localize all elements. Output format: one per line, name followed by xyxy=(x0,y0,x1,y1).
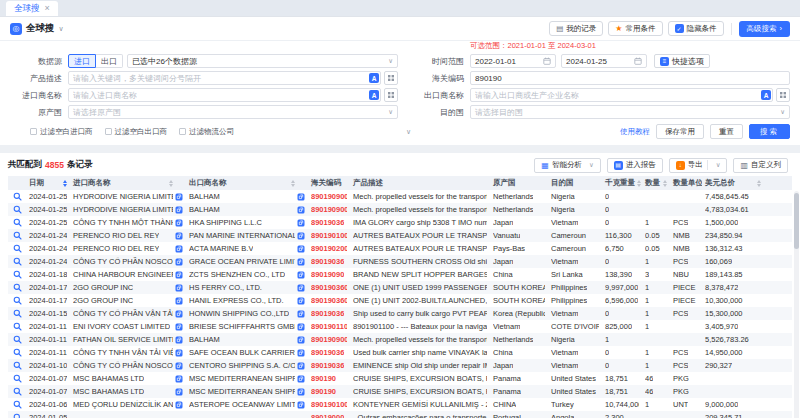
copy-icon[interactable] xyxy=(175,245,183,253)
product-desc-input[interactable] xyxy=(68,71,381,85)
table-row[interactable]: 2024-01-07MSC BAHAMAS LTDMSC MEDITERRANE… xyxy=(8,385,792,398)
sort-carets-icon[interactable] xyxy=(289,180,295,187)
column-header-qty[interactable]: 数量 xyxy=(642,176,670,190)
reset-button[interactable]: 重置 xyxy=(710,124,743,139)
import-toggle[interactable]: 进口 xyxy=(68,54,96,68)
row-detail-button[interactable] xyxy=(8,307,26,320)
copy-icon[interactable] xyxy=(297,297,305,305)
copy-icon[interactable] xyxy=(175,323,183,331)
copy-icon[interactable] xyxy=(297,362,305,370)
column-header-date[interactable]: 日期 xyxy=(26,176,70,190)
row-detail-button[interactable] xyxy=(8,242,26,255)
copy-icon[interactable] xyxy=(175,271,183,279)
sort-carets-icon[interactable] xyxy=(755,180,761,187)
table-row[interactable]: 2024-01-11FATHAN OIL SERVICE LIMITEDBALH… xyxy=(8,333,792,346)
row-detail-button[interactable] xyxy=(8,385,26,398)
table-scrollbar[interactable] xyxy=(794,191,799,418)
copy-icon[interactable] xyxy=(175,336,183,344)
row-detail-button[interactable] xyxy=(8,203,26,216)
table-row[interactable]: 2024-01-25HYDRODIVE NIGERIA LIMITEDBALHA… xyxy=(8,190,792,203)
copy-icon[interactable] xyxy=(175,362,183,370)
common-conditions-button[interactable]: ★ 常用条件 xyxy=(608,21,662,36)
table-row[interactable]: 2024-01-172GO GROUP INCHS FERRY CO., LTD… xyxy=(8,281,792,294)
copy-icon[interactable] xyxy=(175,232,183,240)
copy-icon[interactable] xyxy=(175,193,183,201)
tab-close-icon[interactable]: × xyxy=(45,4,50,13)
copy-icon[interactable] xyxy=(297,206,305,214)
row-detail-button[interactable] xyxy=(8,398,26,411)
quick-options-button[interactable]: ≡ 快捷选项 xyxy=(654,54,710,68)
export-dropdown-icon[interactable]: ∨ xyxy=(716,161,721,169)
table-row[interactable]: 2024-01-18CHINA HARBOUR ENGINEERING CO L… xyxy=(8,268,792,281)
advanced-search-button[interactable]: 高级搜索 › xyxy=(739,21,791,37)
row-detail-button[interactable] xyxy=(8,359,26,372)
enter-report-button[interactable]: ▤ 进入报告 xyxy=(607,158,663,173)
importer-input[interactable] xyxy=(68,88,381,102)
copy-icon[interactable] xyxy=(297,271,305,279)
copy-icon[interactable] xyxy=(175,258,183,266)
copy-icon[interactable] xyxy=(175,375,183,383)
table-row[interactable]: 2024-01-24PERENCO RIO DEL REYPAN MARINE … xyxy=(8,229,792,242)
exporter-input[interactable] xyxy=(470,88,773,102)
copy-icon[interactable] xyxy=(297,323,305,331)
table-row[interactable]: 2024-01-24PERENCO RIO DEL REYACTA MARINE… xyxy=(8,242,792,255)
collapse-chevron-icon[interactable]: ∨ xyxy=(406,128,411,136)
column-header-kg[interactable]: 千克重量 xyxy=(602,176,642,190)
table-row[interactable]: 2024-01-24CÔNG TY CỔ PHẦN NOSCO SHIPYARD… xyxy=(8,255,792,268)
table-row[interactable]: 2024-01-06MED ÇORLU DENİZCİLİK ANONİM Şİ… xyxy=(8,398,792,411)
row-detail-button[interactable] xyxy=(8,268,26,281)
table-row[interactable]: 2024-01-11ENI IVORY COAST LIMITEDBRIESE … xyxy=(8,320,792,333)
title-chevron-down-icon[interactable]: ∨ xyxy=(59,25,64,33)
table-row[interactable]: 2024-01-15CÔNG TY CỔ PHẦN VẬN TẢI VÀ TIẾ… xyxy=(8,307,792,320)
copy-icon[interactable] xyxy=(297,232,305,240)
date-from-input[interactable]: 2022-01-01 xyxy=(470,54,556,68)
translate-icon[interactable]: A xyxy=(761,90,771,100)
filter-blank-exporter-checkbox[interactable]: 过滤空白出口商 xyxy=(105,127,168,137)
destination-select[interactable]: 请选择目的国 ∨ xyxy=(470,105,790,119)
sort-carets-icon[interactable] xyxy=(61,180,67,187)
copy-icon[interactable] xyxy=(297,375,305,383)
export-button[interactable]: ↓ 导出 ∨ xyxy=(669,158,728,173)
my-records-button[interactable]: ▤ 我的记录 xyxy=(549,21,603,36)
copy-icon[interactable] xyxy=(297,349,305,357)
copy-icon[interactable] xyxy=(297,388,305,396)
row-detail-button[interactable] xyxy=(8,281,26,294)
filter-logistics-checkbox[interactable]: 过滤物流公司 xyxy=(179,127,234,137)
table-row[interactable]: 2024-01-25HYDRODIVE NIGERIA LIMITEDBALHA… xyxy=(8,203,792,216)
copy-icon[interactable] xyxy=(297,193,305,201)
table-row[interactable]: 2024-01-11CÔNG TY TNHH VẬN TẢI VIỆT THUẬ… xyxy=(8,346,792,359)
copy-icon[interactable] xyxy=(175,219,183,227)
table-row[interactable]: 2024-01-10CÔNG TY CỔ PHẦN NOSCO SHIPYARD… xyxy=(8,359,792,372)
column-header-importer[interactable]: 进口商名称 xyxy=(70,176,186,190)
column-header-exporter[interactable]: 出口商名称 xyxy=(186,176,308,190)
copy-icon[interactable] xyxy=(175,349,183,357)
scrollbar-thumb[interactable] xyxy=(794,193,799,249)
copy-icon[interactable] xyxy=(297,401,305,409)
sort-carets-icon[interactable] xyxy=(661,180,667,187)
translate-icon[interactable]: A xyxy=(369,73,379,83)
copy-icon[interactable] xyxy=(175,310,183,318)
sample-grid-button[interactable] xyxy=(776,88,790,102)
search-button[interactable]: 搜索 xyxy=(749,124,790,139)
copy-icon[interactable] xyxy=(175,284,183,292)
hs-code-input[interactable] xyxy=(470,71,790,85)
column-header-usd[interactable]: 美元总价 xyxy=(702,176,764,190)
copy-icon[interactable] xyxy=(297,284,305,292)
sort-carets-icon[interactable] xyxy=(167,180,173,187)
row-detail-button[interactable] xyxy=(8,333,26,346)
row-detail-button[interactable] xyxy=(8,294,26,307)
copy-icon[interactable] xyxy=(175,401,183,409)
export-toggle[interactable]: 出口 xyxy=(96,54,123,68)
tab-global-search[interactable]: 全球搜 × xyxy=(6,1,58,16)
sort-carets-icon[interactable] xyxy=(635,180,641,187)
row-detail-button[interactable] xyxy=(8,411,26,418)
copy-icon[interactable] xyxy=(175,297,183,305)
tutorial-link[interactable]: 使用教程 xyxy=(620,127,650,137)
copy-icon[interactable] xyxy=(175,206,183,214)
row-detail-button[interactable] xyxy=(8,320,26,333)
origin-select[interactable]: 请选择原产国 ∨ xyxy=(68,105,398,119)
row-detail-button[interactable] xyxy=(8,255,26,268)
copy-icon[interactable] xyxy=(297,245,305,253)
row-detail-button[interactable] xyxy=(8,216,26,229)
copy-icon[interactable] xyxy=(175,388,183,396)
